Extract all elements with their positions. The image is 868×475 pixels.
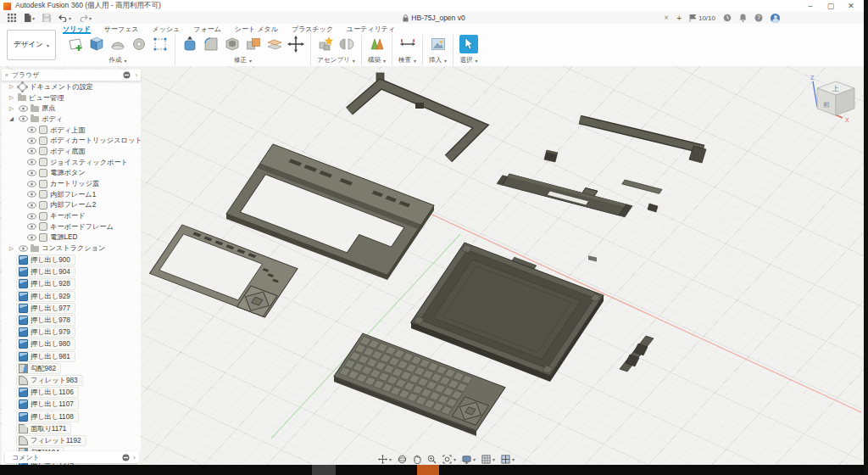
browser-feature-item[interactable]: 押し出し979 [16,327,75,338]
app-grid-menu-icon[interactable] [8,14,16,22]
tab-add-icon[interactable]: + [676,14,682,23]
display-settings-icon[interactable]: ▾ [462,455,476,464]
part-joystick-port[interactable] [620,336,654,372]
part-power-button[interactable] [544,150,558,162]
redo-icon[interactable]: ▾ [79,14,92,22]
browser-tree-item[interactable]: ボディカートリッジスロット [2,135,141,146]
zoom-icon[interactable] [427,455,437,464]
browser-tree-item[interactable]: ボディ上面 [2,125,141,136]
browser-feature-item[interactable]: 押し出し981 [16,351,75,362]
expand-toggle-icon[interactable]: ▷ [8,94,15,101]
shell-icon[interactable] [224,36,241,53]
expand-toggle-icon[interactable]: ▷ [8,105,15,112]
browser-tree-item[interactable]: ◢ボディ [2,114,141,125]
browser-feature-item[interactable]: 押し出し1107 [16,399,79,410]
comments-expand-icon[interactable]: › [133,454,136,461]
pan-hand-icon[interactable] [413,455,421,464]
move-icon[interactable] [287,36,304,53]
job-status-badge[interactable]: 10/10 [689,14,715,22]
visibility-eye-icon[interactable] [18,105,28,112]
viewport-3d[interactable]: « ブラウザ › ▷ドキュメントの設定▷ビュー管理▷原点◢ボディボディ上面ボディ… [0,66,868,475]
group-label-construct[interactable]: 構築▾ [368,56,386,64]
construction-plane-icon[interactable] [369,36,386,53]
save-icon[interactable] [42,14,51,22]
visibility-eye-icon[interactable] [26,191,36,198]
browser-feature-item[interactable]: フィレット1192 [16,435,86,446]
design-workspace-dropdown[interactable]: デザイン▾ [7,30,56,60]
browser-feature-item[interactable]: 押し出し978 [16,315,75,326]
browser-tree-item[interactable]: 内部フレーム1 [2,189,141,200]
browser-feature-item[interactable]: 押し出し977 [16,303,75,314]
tab-close-icon[interactable]: ✕ [664,14,669,21]
visibility-eye-icon[interactable] [26,202,36,209]
combine-icon[interactable] [245,36,262,53]
browser-feature-item[interactable]: 押し出し904 [16,266,75,277]
visibility-eye-icon[interactable] [26,170,36,176]
offset-plane-icon[interactable] [266,36,283,53]
visibility-eye-icon[interactable] [26,126,36,133]
part-inner-frame-1[interactable] [349,73,481,159]
viewports-icon[interactable]: ▾ [501,455,515,464]
bell-icon[interactable] [739,14,747,22]
user-avatar[interactable] [771,14,780,23]
comments-bar[interactable]: コメント › [5,451,139,463]
primitive-box-icon[interactable] [152,36,169,53]
joint-icon[interactable] [338,36,355,53]
part-power-led[interactable] [648,204,658,212]
browser-tree-item[interactable]: 内部フレーム2 [2,200,141,211]
ribbon-tab[interactable]: ソリッド [63,25,91,34]
ribbon-tab[interactable]: プラスチック [292,25,333,34]
browser-tree-item[interactable]: キーボードフレーム [2,221,141,232]
visibility-eye-icon[interactable] [26,213,36,220]
create-sketch-icon[interactable] [67,36,84,53]
part-body-bottom[interactable] [411,239,606,376]
browser-feature-item[interactable]: 押し出し929 [16,291,75,302]
panel-options-icon[interactable] [123,71,131,79]
visibility-eye-icon[interactable] [26,148,36,154]
undo-icon[interactable]: ▾ [58,14,71,22]
browser-feature-item[interactable]: 面取り1171 [16,423,71,434]
ribbon-tab[interactable]: サーフェス [104,25,139,34]
group-label-select[interactable]: 選択▾ [460,56,478,64]
visibility-eye-icon[interactable] [26,137,36,144]
browser-tree-item[interactable]: ▷ドキュメントの設定 [2,81,141,92]
revolve-icon[interactable] [109,36,126,53]
file-menu-icon[interactable]: ▾ [24,14,35,22]
browser-feature-item[interactable]: 押し出し928 [16,278,75,289]
restore-button[interactable]: ▢ [821,2,841,10]
comments-options-icon[interactable] [122,454,130,461]
part-cartridge-lid[interactable] [580,120,706,262]
ribbon-tab[interactable]: メッシュ [153,25,181,34]
browser-tree-item[interactable]: ▷ビュー管理 [2,92,141,103]
part-cartridge-slot[interactable] [497,168,636,217]
browser-tree-item[interactable]: ボディ底面 [2,146,141,157]
new-component-icon[interactable] [317,36,334,53]
browser-tree-item[interactable]: ▷原点 [2,103,141,114]
visibility-eye-icon[interactable] [26,181,36,187]
visibility-eye-icon[interactable] [18,245,28,252]
browser-tree-item[interactable]: 電源LED [2,232,141,243]
part-keyboard-frame[interactable] [150,225,298,317]
extrude-icon[interactable] [88,36,105,53]
browser-tree-item[interactable]: キーボード [2,210,141,221]
browser-tree-item[interactable]: カートリッジ蓋 [2,178,141,189]
visibility-eye-icon[interactable] [18,115,28,122]
grid-and-snaps-icon[interactable]: ▾ [481,455,495,464]
expand-toggle-icon[interactable]: ▷ [8,83,15,90]
expand-toggle-icon[interactable]: ◢ [8,115,15,122]
fillet-icon[interactable] [203,36,220,53]
view-cube[interactable]: Z X 上 前 [804,73,865,129]
visibility-eye-icon[interactable] [26,223,36,230]
measure-icon[interactable] [399,36,416,53]
minimize-button[interactable]: – [800,2,821,10]
pan-icon[interactable]: ▾ [378,455,392,464]
group-label-create[interactable]: 作成▾ [108,56,126,64]
group-label-assemble[interactable]: アセンブリ▾ [317,56,354,64]
browser-tree-item[interactable]: ▷コンストラクション [2,243,141,254]
browser-feature-item[interactable]: フィレット983 [16,375,83,386]
browser-feature-item[interactable]: 押し出し900 [16,254,75,265]
group-label-modify[interactable]: 修正▾ [234,56,252,64]
browser-header[interactable]: « ブラウザ › [2,70,141,81]
collapse-panel-icon[interactable]: « [5,72,8,78]
browser-feature-item[interactable]: 勾配982 [16,363,61,374]
